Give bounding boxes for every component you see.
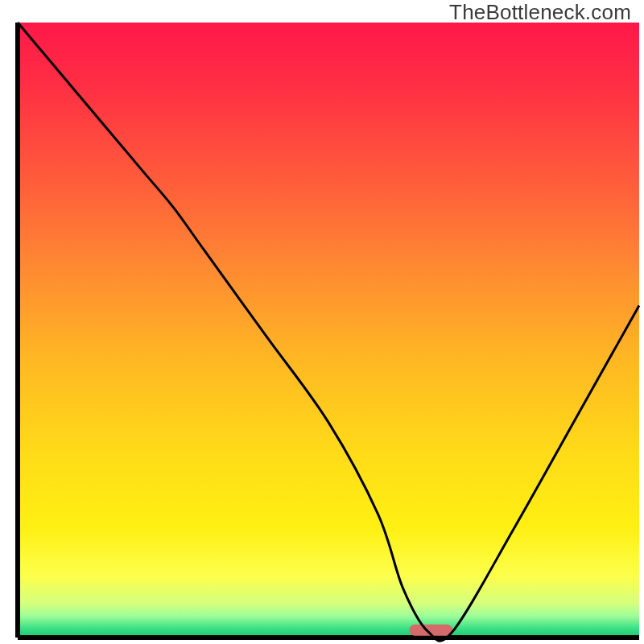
bottleneck-chart <box>0 0 644 644</box>
plot-background <box>18 23 639 638</box>
watermark-text: TheBottleneck.com <box>449 0 631 25</box>
